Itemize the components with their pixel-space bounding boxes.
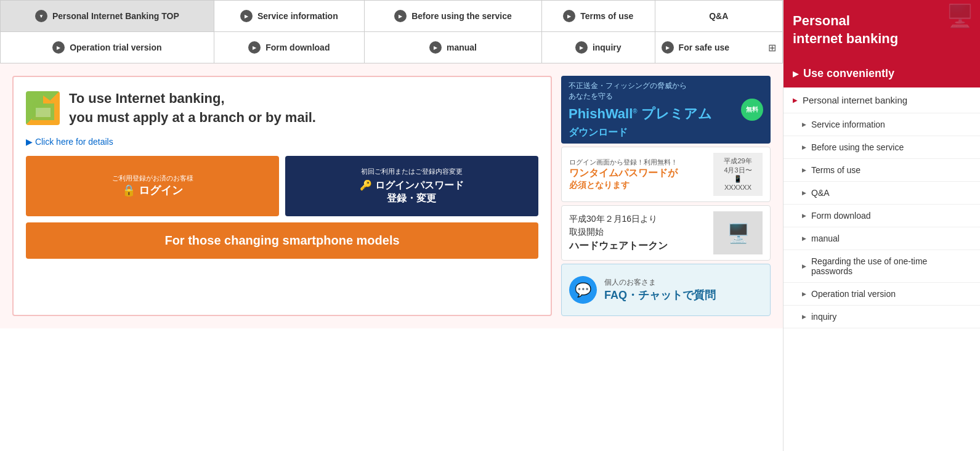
bank-title: To use Internet banking,you must apply a… [69, 89, 316, 128]
faq-prefix: 個人のお客さま [604, 277, 716, 288]
sidebar-header: 🖥️ Personalinternet banking [784, 0, 980, 60]
nav-arrow-safe [662, 41, 674, 54]
nav-before-service[interactable]: Before using the service [365, 1, 542, 32]
nav-safe-use[interactable]: For safe use ⊞ [655, 32, 782, 63]
phishwall-panel[interactable]: 不正送金・フィッシングの脅威から あなたを守る PhishWall® プレミアム… [561, 76, 771, 144]
otp-highlight: ワンタイムパスワードが [569, 167, 707, 180]
sidebar-parent-pib[interactable]: Personal internet banking [784, 87, 980, 113]
nav-service-label: Service information [257, 10, 338, 22]
sidebar-item-otp[interactable]: Regarding the use of one-time passwords [784, 250, 980, 283]
nav-arrow-terms [563, 10, 575, 22]
nav-pib-top[interactable]: Personal Internet Banking TOP [1, 1, 214, 32]
nav-terms-label: Terms of use [580, 10, 633, 22]
sidebar: 🖥️ Personalinternet banking Use convenie… [783, 0, 980, 451]
hardware-image: 🖥️ [713, 211, 763, 254]
nav-terms[interactable]: Terms of use [541, 1, 655, 32]
nav-inquiry-label: inquiry [593, 42, 622, 53]
sidebar-item-service-info-label: Service information [811, 120, 885, 129]
banking-right-panel: 不正送金・フィッシングの脅威から あなたを守る PhishWall® プレミアム… [561, 76, 771, 316]
sidebar-item-manual[interactable]: manual [784, 227, 980, 250]
sidebar-item-service-info[interactable]: Service information [784, 113, 980, 136]
nav-service-info[interactable]: Service information [214, 1, 364, 32]
sidebar-parent-pib-label: Personal internet banking [803, 95, 907, 105]
nav-arrow-form [248, 41, 261, 54]
password-label: ログインパスワード登録・変更 [375, 180, 464, 203]
faq-text: FAQ・チャットで質問 [604, 288, 716, 303]
sidebar-header-wrapper: 🖥️ Personalinternet banking [784, 0, 980, 60]
nav-op-trial[interactable]: Operation trial version [1, 32, 214, 63]
expand-icon: ⊞ [768, 42, 776, 54]
faq-panel[interactable]: 💬 個人のお客さま FAQ・チャットで質問 [561, 264, 771, 316]
nav-qa-label: Q&A [709, 10, 728, 22]
nav-manual-label: manual [447, 42, 477, 53]
sidebar-item-op-trial[interactable]: Operation trial version [784, 283, 980, 306]
nav-down-arrow [35, 10, 47, 22]
nav-form-dl[interactable]: Form download [214, 32, 364, 63]
faq-icon: 💬 [569, 276, 597, 304]
svg-rect-2 [36, 108, 51, 117]
password-sublabel: 初回ご利用またはご登録内容変更 [361, 167, 463, 176]
sidebar-item-terms-label: Terms of use [811, 165, 861, 175]
sidebar-item-manual-label: manual [811, 234, 840, 243]
otp-title: ログイン画面から登録！利用無料！ [569, 158, 707, 167]
click-here-link[interactable]: Click here for details [26, 137, 538, 147]
banking-section: To use Internet banking,you must apply a… [0, 63, 783, 328]
svg-marker-1 [43, 95, 54, 104]
use-conveniently-label: Use conveniently [803, 67, 894, 80]
sidebar-item-form-dl-label: Form download [811, 211, 871, 221]
password-button[interactable]: 初回ご利用またはご登録内容変更 🔑 ログインパスワード登録・変更 [285, 156, 538, 216]
nav-arrow-inquiry [575, 41, 588, 54]
bank-logo [26, 91, 60, 125]
hardware-line3: ハードウェアトークン [569, 238, 707, 253]
sidebar-header-computer-icon: 🖥️ [946, 3, 974, 29]
nav-arrow-op [52, 41, 65, 54]
login-label: ログイン [139, 184, 183, 197]
nav-qa[interactable]: Q&A [655, 1, 782, 32]
hardware-line1: 平成30年２月16日より [569, 213, 707, 226]
sidebar-item-qa-label: Q&A [811, 188, 830, 198]
sidebar-item-terms[interactable]: Terms of use [784, 159, 980, 182]
use-conveniently-header: Use conveniently [784, 60, 980, 87]
sidebar-item-form-dl[interactable]: Form download [784, 205, 980, 227]
nav-before-label: Before using the service [411, 10, 512, 22]
phishwall-line2: あなたを守る [569, 91, 735, 102]
nav-arrow-manual [429, 41, 442, 54]
bank-logo-area: To use Internet banking,you must apply a… [26, 89, 538, 128]
login-sublabel: ご利用登録がお済のお客様 [112, 174, 193, 183]
sidebar-item-qa[interactable]: Q&A [784, 182, 980, 205]
sidebar-item-before-service[interactable]: Before using the service [784, 136, 980, 159]
sidebar-item-inquiry[interactable]: inquiry [784, 306, 980, 328]
smartphone-button[interactable]: For those changing smartphone models [26, 222, 538, 259]
nav-form-label: Form download [265, 42, 330, 53]
nav-pib-top-label: Personal Internet Banking TOP [52, 10, 179, 22]
hardware-panel[interactable]: 平成30年２月16日より 取扱開始 ハードウェアトークン 🖥️ [561, 205, 771, 261]
nav-op-label: Operation trial version [70, 42, 161, 53]
nav-arrow-service [240, 10, 253, 22]
otp-panel[interactable]: ログイン画面から登録！利用無料！ ワンタイムパスワードが 必須となります 平成2… [561, 147, 771, 202]
sidebar-item-op-trial-label: Operation trial version [811, 289, 896, 299]
otp-sub: 必須となります [569, 180, 707, 191]
otp-image: 平成29年4月3日〜📱XXXXXX [713, 153, 763, 196]
nav-table: Personal Internet Banking TOP Service in… [0, 0, 783, 63]
login-button[interactable]: ご利用登録がお済のお客様 🔒 ログイン [26, 156, 279, 216]
nav-manual[interactable]: manual [365, 32, 542, 63]
nav-inquiry[interactable]: inquiry [541, 32, 655, 63]
nav-arrow-before [394, 10, 407, 22]
smartphone-label: For those changing smartphone models [164, 234, 399, 248]
banking-left-panel: To use Internet banking,you must apply a… [12, 76, 552, 316]
phishwall-badge: 無料 [741, 99, 763, 121]
sidebar-item-before-service-label: Before using the service [811, 142, 904, 152]
login-section: ご利用登録がお済のお客様 🔒 ログイン 初回ご利用またはご登録内容変更 🔑 ログ… [26, 156, 538, 216]
login-button-content: ご利用登録がお済のお客様 🔒 ログイン [112, 174, 193, 198]
phishwall-logo: PhishWall® プレミアムダウンロード [569, 105, 735, 139]
nav-safe-label: For safe use [679, 42, 729, 53]
sidebar-item-otp-label: Regarding the use of one-time passwords [811, 256, 971, 276]
hardware-line2: 取扱開始 [569, 226, 707, 238]
sidebar-item-inquiry-label: inquiry [811, 312, 836, 322]
sidebar-header-title: Personalinternet banking [793, 12, 971, 47]
phishwall-line1: 不正送金・フィッシングの脅威から [569, 81, 735, 91]
